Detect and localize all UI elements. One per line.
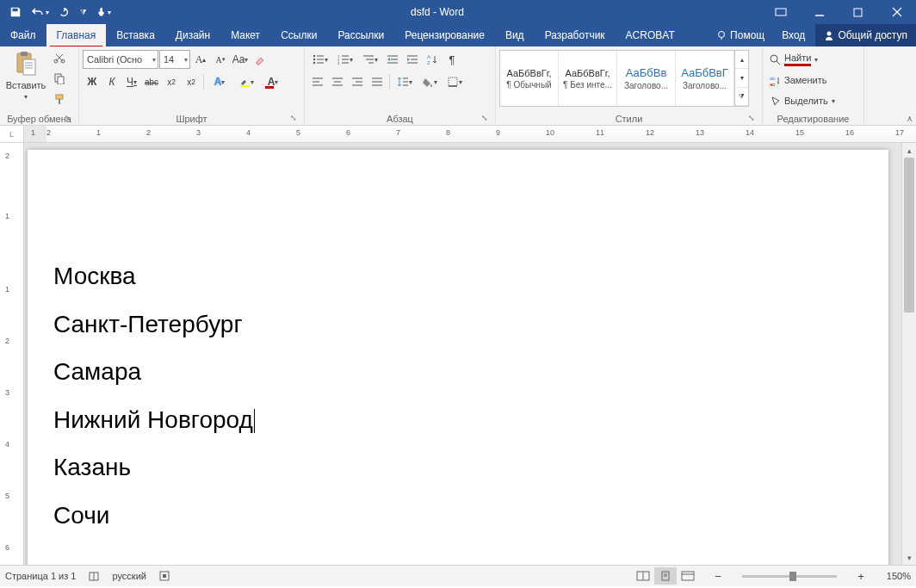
bucket-icon <box>422 76 434 88</box>
multilevel-button[interactable]: ▾ <box>358 50 382 69</box>
bullets-button[interactable]: ▾ <box>308 50 332 69</box>
scroll-down-button[interactable]: ▾ <box>902 550 916 565</box>
clipboard-launcher[interactable]: ⤡ <box>63 114 73 124</box>
styles-scroll-down[interactable]: ▾ <box>735 69 748 87</box>
increase-indent-button[interactable] <box>403 50 422 69</box>
svg-point-20 <box>313 55 315 57</box>
bold-button[interactable]: Ж <box>83 72 102 91</box>
borders-button[interactable]: ▾ <box>443 72 467 91</box>
underline-button[interactable]: Ч▾ <box>122 72 141 91</box>
minimize-button[interactable] <box>800 0 839 24</box>
align-right-button[interactable] <box>348 72 367 91</box>
italic-button[interactable]: К <box>102 72 121 91</box>
page-status[interactable]: Страница 1 из 1 <box>5 571 76 581</box>
tab-review[interactable]: Рецензирование <box>394 24 495 46</box>
read-mode-button[interactable] <box>632 567 654 585</box>
qat-customize[interactable]: ⧩ <box>77 3 90 22</box>
proofing-button[interactable] <box>88 570 100 582</box>
styles-expand[interactable]: ⧩ <box>735 88 748 106</box>
style-item-3[interactable]: АаБбВвГЗаголово... <box>676 51 734 106</box>
touch-mode-button[interactable]: ▾ <box>93 3 114 22</box>
style-item-1[interactable]: АаБбВвГг,¶ Без инте... <box>559 51 617 106</box>
doc-line[interactable]: Санкт-Петербург <box>53 310 863 339</box>
font-size-combo[interactable]: 14▾ <box>159 50 190 69</box>
align-left-button[interactable] <box>308 72 327 91</box>
scroll-thumb[interactable] <box>904 158 914 313</box>
redo-button[interactable] <box>53 3 74 22</box>
zoom-level[interactable]: 150% <box>880 571 911 581</box>
decrease-indent-button[interactable] <box>383 50 402 69</box>
shrink-font-button[interactable]: A▾ <box>211 50 230 69</box>
horizontal-ruler[interactable]: L 121234567891011121314151617 <box>0 126 916 143</box>
superscript-button[interactable]: x2 <box>182 72 201 91</box>
line-spacing-button[interactable]: ▾ <box>393 72 417 91</box>
font-name-combo[interactable]: Calibri (Осно▾ <box>83 50 158 69</box>
styles-launcher[interactable]: ⤡ <box>746 114 757 124</box>
macro-button[interactable] <box>158 570 170 582</box>
web-layout-button[interactable] <box>677 567 699 585</box>
subscript-button[interactable]: x2 <box>162 72 181 91</box>
change-case-button[interactable]: Aa▾ <box>231 50 250 69</box>
shading-button[interactable]: ▾ <box>418 72 442 91</box>
page[interactable]: МоскваСанкт-ПетербургСамараНижний Новгор… <box>28 150 888 565</box>
tab-developer[interactable]: Разработчик <box>535 24 616 46</box>
zoom-thumb[interactable] <box>789 572 796 581</box>
doc-line[interactable]: Сочи <box>53 501 863 530</box>
language-status[interactable]: русский <box>112 571 145 581</box>
tab-insert[interactable]: Вставка <box>106 24 165 46</box>
clear-formatting-button[interactable] <box>251 50 269 69</box>
scroll-track[interactable] <box>902 158 916 550</box>
save-button[interactable] <box>5 3 26 22</box>
tab-design[interactable]: Дизайн <box>165 24 220 46</box>
doc-line[interactable]: Самара <box>53 357 863 387</box>
grow-font-button[interactable]: A▴ <box>191 50 210 69</box>
share-button[interactable]: Общий доступ <box>815 24 916 46</box>
strikethrough-button[interactable]: abc <box>142 72 161 91</box>
doc-line[interactable]: Нижний Новгород <box>53 405 863 435</box>
justify-button[interactable] <box>368 72 387 91</box>
signin-button[interactable]: Вход <box>771 24 815 46</box>
tab-mailings[interactable]: Рассылки <box>327 24 394 46</box>
paste-button[interactable]: Вставить ▾ <box>3 48 48 104</box>
show-marks-button[interactable]: ¶ <box>443 50 461 69</box>
vertical-ruler[interactable]: 2 1 1 2 3 4 5 6 <box>0 143 24 565</box>
align-center-button[interactable] <box>328 72 347 91</box>
tab-selector[interactable]: L <box>0 126 24 142</box>
font-launcher[interactable]: ⤡ <box>288 114 299 124</box>
tab-references[interactable]: Ссылки <box>270 24 327 46</box>
styles-scroll-up[interactable]: ▴ <box>735 51 748 69</box>
numbering-button[interactable]: 123▾ <box>333 50 357 69</box>
zoom-out-button[interactable]: − <box>711 569 725 583</box>
find-button[interactable]: Найти ▾ <box>766 50 821 69</box>
zoom-in-button[interactable]: + <box>854 569 868 583</box>
ribbon-display-button[interactable] <box>761 0 800 24</box>
undo-button[interactable]: ▾ <box>29 3 50 22</box>
tab-home[interactable]: Главная <box>46 24 107 46</box>
sort-button[interactable]: AZ <box>423 50 442 69</box>
tab-layout[interactable]: Макет <box>220 24 270 46</box>
text-effects-button[interactable]: A▾ <box>207 72 232 91</box>
tell-me-input[interactable]: Помощ <box>709 24 771 46</box>
format-painter-button[interactable] <box>50 90 69 108</box>
zoom-slider[interactable] <box>742 575 837 578</box>
maximize-button[interactable] <box>839 0 877 24</box>
highlight-button[interactable]: ▾ <box>233 72 259 91</box>
font-color-button[interactable]: A▾ <box>260 72 286 91</box>
document-area[interactable]: МоскваСанкт-ПетербургСамараНижний Новгор… <box>24 143 901 565</box>
style-item-0[interactable]: АаБбВвГг,¶ Обычный <box>500 51 559 106</box>
replace-button[interactable]: abacЗаменить <box>766 71 830 90</box>
tab-file[interactable]: Файл <box>0 24 46 46</box>
collapse-ribbon-button[interactable]: ⋏ <box>907 114 913 123</box>
close-button[interactable] <box>877 0 916 24</box>
tab-acrobat[interactable]: ACROBAT <box>616 24 685 46</box>
style-item-2[interactable]: АаБбВвЗаголово... <box>617 51 676 106</box>
select-button[interactable]: Выделить▾ <box>766 91 839 110</box>
doc-line[interactable]: Москва <box>53 262 863 291</box>
print-layout-button[interactable] <box>654 567 677 585</box>
cut-button[interactable] <box>50 48 69 67</box>
tab-view[interactable]: Вид <box>495 24 535 46</box>
doc-line[interactable]: Казань <box>53 453 863 482</box>
scroll-up-button[interactable]: ▴ <box>902 143 916 158</box>
paragraph-launcher[interactable]: ⤡ <box>480 114 490 124</box>
copy-button[interactable] <box>50 69 69 88</box>
